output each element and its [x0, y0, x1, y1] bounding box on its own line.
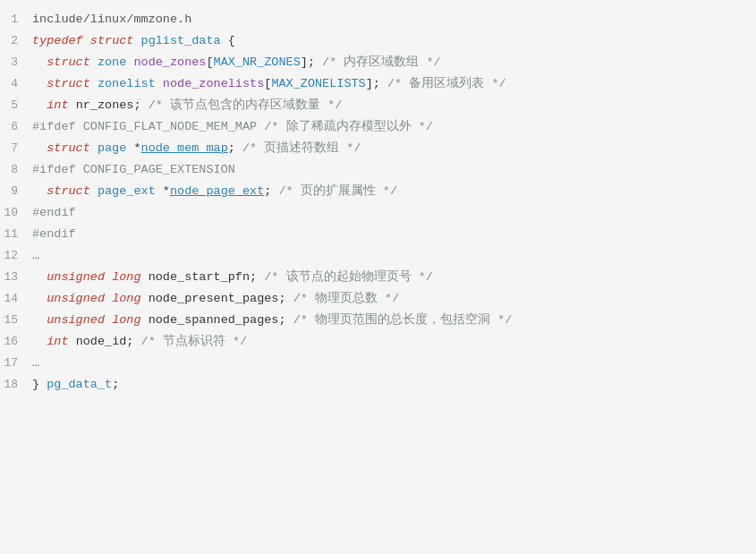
line-content: unsigned long node_present_pages; /* 物理页… — [32, 289, 399, 309]
code-line: 15 unsigned long node_spanned_pages; /* … — [0, 310, 756, 331]
code-line: 8#ifdef CONFIG_PAGE_EXTENSION — [0, 159, 756, 181]
line-number: 7 — [0, 140, 32, 158]
line-number: 13 — [0, 268, 32, 287]
line-number: 1 — [0, 11, 32, 30]
line-number: 17 — [0, 354, 32, 373]
line-content: int node_id; /* 节点标识符 */ — [32, 332, 247, 352]
line-content: unsigned long node_start_pfn; /* 该节点的起始物… — [32, 268, 433, 287]
code-line: 6#ifdef CONFIG_FLAT_NODE_MEM_MAP /* 除了稀疏… — [0, 116, 756, 138]
line-number: 11 — [0, 226, 32, 244]
code-line: 17… — [0, 353, 756, 374]
line-content: struct zone node_zones[MAX_NR_ZONES]; /*… — [32, 53, 441, 72]
code-line: 3 struct zone node_zones[MAX_NR_ZONES]; … — [0, 52, 756, 73]
line-content: … — [32, 354, 39, 373]
code-line: 11#endif — [0, 224, 756, 245]
line-number: 2 — [0, 32, 32, 51]
code-block: 1include/linux/mmzone.h2typedef struct p… — [0, 0, 756, 554]
line-content: … — [32, 246, 39, 266]
line-content: } pg_data_t; — [32, 375, 119, 395]
code-line: 18} pg_data_t; — [0, 374, 756, 396]
line-content: typedef struct pglist_data { — [32, 31, 235, 51]
code-line: 10#endif — [0, 202, 756, 224]
line-number: 6 — [0, 118, 32, 137]
line-number: 5 — [0, 97, 32, 115]
line-content: #ifdef CONFIG_FLAT_NODE_MEM_MAP /* 除了稀疏内… — [32, 117, 433, 137]
line-content: #ifdef CONFIG_PAGE_EXTENSION — [32, 160, 235, 180]
line-number: 3 — [0, 54, 32, 72]
code-line: 9 struct page_ext *node_page_ext; /* 页的扩… — [0, 181, 756, 202]
line-number: 15 — [0, 311, 32, 330]
code-line: 13 unsigned long node_start_pfn; /* 该节点的… — [0, 267, 756, 288]
line-number: 18 — [0, 376, 32, 395]
code-line: 12… — [0, 245, 756, 267]
line-number: 8 — [0, 161, 32, 180]
code-line: 2typedef struct pglist_data { — [0, 30, 756, 52]
line-content: int nr_zones; /* 该节点包含的内存区域数量 */ — [32, 96, 342, 115]
line-content: #endif — [32, 225, 76, 244]
code-line: 7 struct page *node_mem_map; /* 页描述符数组 *… — [0, 138, 756, 159]
line-content: struct page *node_mem_map; /* 页描述符数组 */ — [32, 139, 361, 158]
code-line: 5 int nr_zones; /* 该节点包含的内存区域数量 */ — [0, 95, 756, 116]
line-content: struct zonelist node_zonelists[MAX_ZONEL… — [32, 74, 506, 94]
line-content: struct page_ext *node_page_ext; /* 页的扩展属… — [32, 182, 397, 201]
line-number: 10 — [0, 204, 32, 223]
line-content: unsigned long node_spanned_pages; /* 物理页… — [32, 311, 512, 330]
line-number: 9 — [0, 183, 32, 201]
code-line: 4 struct zonelist node_zonelists[MAX_ZON… — [0, 73, 756, 95]
line-content: #endif — [32, 203, 76, 223]
line-number: 16 — [0, 333, 32, 352]
line-number: 4 — [0, 75, 32, 94]
line-content: include/linux/mmzone.h — [32, 10, 191, 30]
line-number: 14 — [0, 290, 32, 309]
code-line: 14 unsigned long node_present_pages; /* … — [0, 288, 756, 310]
code-line: 1include/linux/mmzone.h — [0, 9, 756, 30]
code-line: 16 int node_id; /* 节点标识符 */ — [0, 331, 756, 353]
line-number: 12 — [0, 247, 32, 266]
